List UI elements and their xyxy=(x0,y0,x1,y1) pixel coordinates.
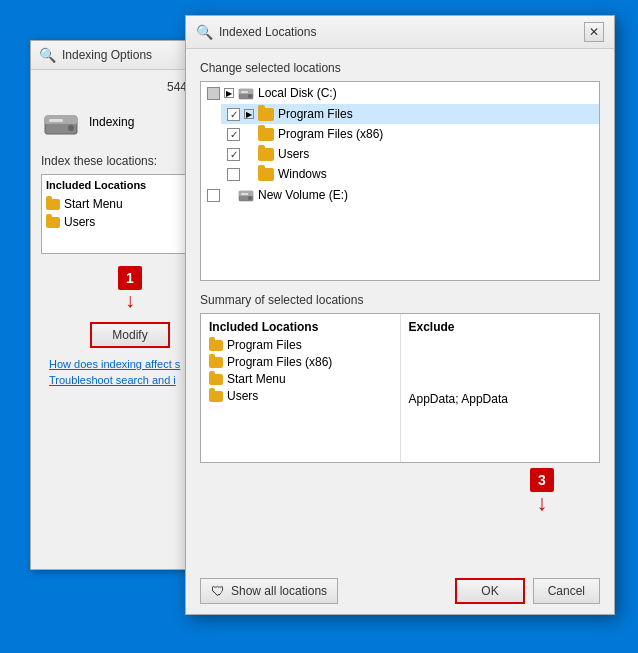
tree-label-new-volume: New Volume (E:) xyxy=(258,188,348,202)
exclude-col: Exclude AppData; AppData xyxy=(401,314,600,462)
tree-label-users: Users xyxy=(278,147,309,161)
folder-sm-2 xyxy=(209,357,223,368)
footer-buttons: OK Cancel xyxy=(455,578,600,604)
summary-program-files-x86: Program Files (x86) xyxy=(209,355,392,369)
included-locations-col: Included Locations Program Files Program… xyxy=(201,314,401,462)
folder-icon-program-files xyxy=(258,108,274,121)
svg-point-6 xyxy=(248,94,252,98)
folder-sm-4 xyxy=(209,391,223,402)
svg-point-2 xyxy=(68,125,74,131)
summary-program-files: Program Files xyxy=(209,338,392,352)
tree-item-users[interactable]: Users xyxy=(221,144,599,164)
badge-3: 3 xyxy=(530,468,554,492)
close-button[interactable]: ✕ xyxy=(584,22,604,42)
svg-rect-3 xyxy=(49,119,63,122)
shield-icon: 🛡 xyxy=(211,583,225,599)
ok-button[interactable]: OK xyxy=(455,578,524,604)
indexing-label: Indexing xyxy=(89,115,134,129)
folder-icon-windows xyxy=(258,168,274,181)
summary-title: Summary of selected locations xyxy=(200,293,600,307)
change-section-label: Change selected locations xyxy=(200,61,600,75)
arrow-badge3: ↓ xyxy=(537,492,548,514)
dialog-titlebar: 🔍 Indexed Locations ✕ xyxy=(186,16,614,49)
checkbox-local-disk[interactable] xyxy=(207,87,220,100)
folder-icon-start-menu xyxy=(46,199,60,210)
dialog-footer: 🛡 Show all locations OK Cancel xyxy=(200,578,600,604)
tree-label-local-disk: Local Disk (C:) xyxy=(258,86,337,100)
tree-item-program-files-x86[interactable]: Program Files (x86) xyxy=(221,124,599,144)
show-all-label: Show all locations xyxy=(231,584,327,598)
summary-section: Summary of selected locations Included L… xyxy=(200,293,600,463)
summary-start-menu: Start Menu xyxy=(209,372,392,386)
summary-box: Included Locations Program Files Program… xyxy=(200,313,600,463)
checkbox-users[interactable] xyxy=(227,148,240,161)
drive-icon-c xyxy=(238,85,254,101)
show-all-locations-button[interactable]: 🛡 Show all locations xyxy=(200,578,338,604)
svg-point-10 xyxy=(248,196,252,200)
summary-users: Users xyxy=(209,389,392,403)
folder-icon-program-files-x86 xyxy=(258,128,274,141)
tree-item-windows[interactable]: Windows xyxy=(221,164,599,184)
cancel-button[interactable]: Cancel xyxy=(533,578,600,604)
hdd-icon xyxy=(41,102,81,142)
checkbox-windows[interactable] xyxy=(227,168,240,181)
location-tree[interactable]: ▶ Local Disk (C:) ▶ Program Files xyxy=(200,81,600,281)
folder-icon-users xyxy=(46,217,60,228)
checkbox-new-volume[interactable] xyxy=(207,189,220,202)
indexing-icon: 🔍 xyxy=(39,47,56,63)
svg-rect-7 xyxy=(241,91,248,93)
svg-rect-11 xyxy=(241,193,248,195)
tree-item-program-files[interactable]: ▶ Program Files xyxy=(221,104,599,124)
expander-local-disk[interactable]: ▶ xyxy=(224,88,234,98)
folder-sm-1 xyxy=(209,340,223,351)
bg-window-title: Indexing Options xyxy=(62,48,152,62)
folder-icon-users xyxy=(258,148,274,161)
badge-3-container: 3 ↓ xyxy=(530,468,554,514)
tree-label-windows: Windows xyxy=(278,167,327,181)
arrow-badge1: ↓ xyxy=(125,290,135,310)
exclude-col-header: Exclude xyxy=(409,320,592,334)
expander-program-files[interactable]: ▶ xyxy=(244,109,254,119)
included-col-header: Included Locations xyxy=(209,320,392,334)
dialog-title: Indexed Locations xyxy=(219,25,316,39)
tree-item-new-volume[interactable]: New Volume (E:) xyxy=(201,184,599,206)
tree-label-program-files-x86: Program Files (x86) xyxy=(278,127,383,141)
modify-button[interactable]: Modify xyxy=(90,322,169,348)
dialog-icon: 🔍 xyxy=(196,24,213,40)
tree-label-program-files: Program Files xyxy=(278,107,353,121)
badge-1: 1 xyxy=(118,266,142,290)
users-exclude: AppData; AppData xyxy=(409,392,592,406)
drive-icon-e xyxy=(238,187,254,203)
checkbox-program-files[interactable] xyxy=(227,108,240,121)
indexed-locations-dialog: 🔍 Indexed Locations ✕ Change selected lo… xyxy=(185,15,615,615)
checkbox-program-files-x86[interactable] xyxy=(227,128,240,141)
folder-sm-3 xyxy=(209,374,223,385)
tree-item-local-disk[interactable]: ▶ Local Disk (C:) xyxy=(201,82,599,104)
